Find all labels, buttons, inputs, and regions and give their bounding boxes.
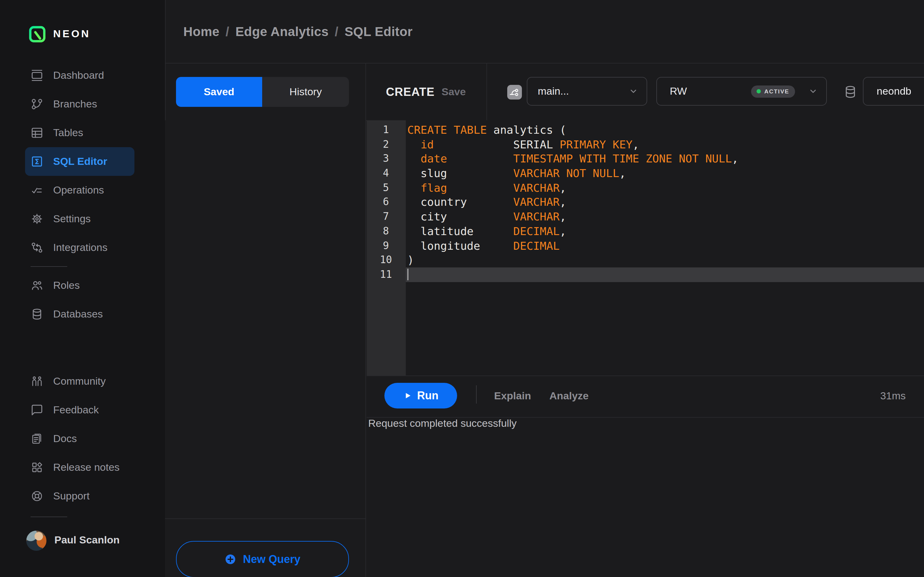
query-title: CREATE <box>386 63 435 120</box>
sidebar-item-roles[interactable]: Roles <box>25 271 134 300</box>
code-line-11: 11 <box>367 268 924 282</box>
branches-icon <box>31 98 44 111</box>
neon-console-window: NEON Dashboard Branches Tables SQL Edito… <box>0 0 924 577</box>
line-number: 2 <box>367 137 405 152</box>
new-query-button[interactable]: New Query <box>176 541 349 577</box>
saved-queries-panel: New Query <box>165 120 366 577</box>
code-line-8: 8 latitude DECIMAL, <box>367 224 924 239</box>
save-button[interactable]: Save <box>441 63 466 120</box>
line-number: 5 <box>367 181 405 195</box>
code-line-10: 10) <box>367 253 924 267</box>
run-button[interactable]: Run <box>384 383 457 408</box>
chevron-down-icon <box>629 87 638 96</box>
line-number: 6 <box>367 195 405 210</box>
line-content: city VARCHAR, <box>405 210 924 224</box>
toolbar-divider <box>486 63 487 120</box>
status-badge: ACTIVE <box>751 85 795 97</box>
line-number: 7 <box>367 210 405 224</box>
panel-divider <box>165 518 365 519</box>
line-content: slug VARCHAR NOT NULL, <box>405 166 924 181</box>
code-line-3: 3 date TIMESTAMP WITH TIME ZONE NOT NULL… <box>367 152 924 166</box>
line-number: 4 <box>367 166 405 181</box>
sidebar-nav-help: Community Feedback Docs Release notes Su… <box>0 367 165 511</box>
feedback-icon <box>31 404 44 416</box>
sidebar-item-release-notes[interactable]: Release notes <box>25 453 134 482</box>
line-number: 1 <box>367 123 405 137</box>
chevron-down-icon <box>808 87 817 96</box>
sql-code-editor[interactable]: 1CREATE TABLE analytics (2 id SERIAL PRI… <box>367 123 924 282</box>
status-badge-label: ACTIVE <box>764 88 789 95</box>
sidebar-item-community[interactable]: Community <box>25 367 134 396</box>
tab-saved[interactable]: Saved <box>176 77 262 107</box>
brand-wordmark: NEON <box>53 28 90 40</box>
code-line-2: 2 id SERIAL PRIMARY KEY, <box>367 137 924 152</box>
explain-button[interactable]: Explain <box>494 376 531 416</box>
branch-button[interactable] <box>507 85 522 99</box>
saved-history-toggle: Saved History <box>176 77 349 107</box>
editor-action-bar: Run Explain Analyze 31ms <box>367 376 924 417</box>
database-select[interactable]: neondb <box>863 77 924 106</box>
code-line-1: 1CREATE TABLE analytics ( <box>367 123 924 137</box>
tables-icon <box>31 126 44 139</box>
brand-logo[interactable]: NEON <box>29 26 90 43</box>
line-number: 9 <box>367 239 405 253</box>
user-name: Paul Scanlon <box>54 534 120 546</box>
breadcrumb-home[interactable]: Home <box>183 24 220 38</box>
sidebar: NEON Dashboard Branches Tables SQL Edito… <box>0 0 166 577</box>
toolbar-row: Saved History CREATE Save ma <box>165 63 924 121</box>
line-number: 8 <box>367 224 405 239</box>
plus-circle-icon <box>225 553 237 566</box>
database-icon <box>843 85 858 99</box>
main-area: Home/Edge Analytics/SQL Editor Saved His… <box>165 0 924 577</box>
sidebar-item-dashboard[interactable]: Dashboard <box>25 61 134 90</box>
integrations-icon <box>31 241 44 254</box>
line-content: country VARCHAR, <box>405 195 924 210</box>
sidebar-item-feedback[interactable]: Feedback <box>25 396 134 424</box>
operations-icon <box>31 184 44 197</box>
sidebar-item-sql-editor[interactable]: SQL Editor <box>25 147 134 176</box>
new-query-label: New Query <box>243 553 300 566</box>
code-line-7: 7 city VARCHAR, <box>367 210 924 224</box>
line-number: 11 <box>367 268 405 282</box>
play-icon <box>403 392 412 400</box>
code-line-5: 5 flag VARCHAR, <box>367 181 924 195</box>
editor-toolbar: CREATE Save main... RW <box>367 63 924 120</box>
status-dot-icon <box>756 89 761 93</box>
git-branch-icon <box>509 87 520 97</box>
compute-select[interactable]: RW ACTIVE <box>656 77 827 106</box>
neon-logo-icon <box>29 26 46 43</box>
line-content: date TIMESTAMP WITH TIME ZONE NOT NULL, <box>405 152 924 166</box>
sidebar-item-integrations[interactable]: Integrations <box>25 233 134 262</box>
code-line-9: 9 longitude DECIMAL <box>367 239 924 253</box>
sidebar-item-databases[interactable]: Databases <box>25 300 134 329</box>
sql-editor-icon <box>31 155 44 168</box>
breadcrumb: Home/Edge Analytics/SQL Editor <box>183 24 412 39</box>
breadcrumb-project[interactable]: Edge Analytics <box>235 24 328 38</box>
user-menu[interactable]: Paul Scanlon <box>26 526 120 555</box>
header-bar: Home/Edge Analytics/SQL Editor <box>165 0 924 63</box>
compute-select-value: RW <box>670 85 751 97</box>
sidebar-item-settings[interactable]: Settings <box>25 205 134 233</box>
dashboard-icon <box>31 69 44 82</box>
branch-select[interactable]: main... <box>527 77 647 106</box>
sidebar-nav-database: Roles Databases <box>0 271 165 329</box>
line-content: ) <box>405 253 924 267</box>
sidebar-item-docs[interactable]: Docs <box>25 424 134 453</box>
tab-history[interactable]: History <box>262 77 349 107</box>
status-message: Request completed successfully <box>368 417 517 430</box>
avatar <box>26 530 47 550</box>
line-number: 3 <box>367 152 405 166</box>
release-notes-icon <box>31 461 44 474</box>
sidebar-item-branches[interactable]: Branches <box>25 90 134 118</box>
settings-icon <box>31 213 44 225</box>
sidebar-item-operations[interactable]: Operations <box>25 176 134 205</box>
sidebar-item-support[interactable]: Support <box>25 482 134 511</box>
branch-select-value: main... <box>538 85 629 97</box>
query-duration: 31ms <box>880 376 906 416</box>
database-select-value: neondb <box>877 85 911 97</box>
analyze-button[interactable]: Analyze <box>549 376 589 416</box>
docs-icon <box>31 432 44 445</box>
breadcrumb-separator: / <box>335 24 339 38</box>
sidebar-item-tables[interactable]: Tables <box>25 118 134 147</box>
roles-icon <box>31 279 44 292</box>
